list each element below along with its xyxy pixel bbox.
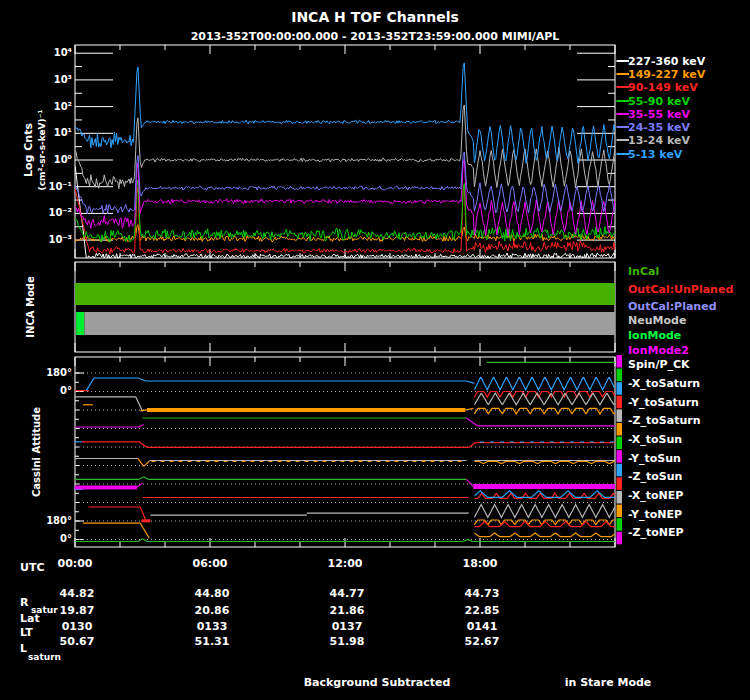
page-title: INCA H TOF Channels	[291, 9, 459, 25]
attitude-ytick-1: 0°	[24, 385, 72, 396]
attitude-legend-1: -X_toSaturn	[628, 377, 700, 390]
tof-legend-1: 149-227 keV	[628, 68, 705, 81]
lat-value-0: 19.87	[60, 604, 95, 617]
utc-tick-1: 06:00	[192, 557, 227, 570]
r-value-2: 44.77	[330, 587, 365, 600]
footer-note-left: Background Subtracted	[304, 676, 451, 689]
attitude-legend-0: Spin/P_CK	[628, 358, 690, 371]
row-label-l: L	[20, 642, 27, 655]
lt-value-0: 0130	[62, 620, 93, 633]
tof-legend-0: 227-360 keV	[628, 55, 705, 68]
attitude-legend-7: -X_toNEP	[628, 489, 683, 502]
lt-value-2: 0137	[332, 620, 363, 633]
attitude-y-axis-label: Cassini Attitude	[31, 407, 42, 497]
mode-legend-3: NeuMode	[628, 314, 686, 327]
plot-root: INCA H TOF Channels 2013-352T00:00:00.00…	[0, 0, 750, 700]
mode-y-axis-label: INCA Mode	[25, 276, 36, 337]
footer-note-right: in Stare Mode	[565, 676, 652, 689]
tof-legend-4: 35-55 keV	[628, 108, 690, 121]
r-value-1: 44.80	[195, 587, 230, 600]
row-label-r: R	[20, 596, 28, 609]
r-value-3: 44.73	[465, 587, 500, 600]
tof-legend-7: 5-13 keV	[628, 148, 682, 161]
tof-y-axis-units: (cm²-sr-s-keV)⁻¹	[37, 110, 47, 191]
l-value-1: 51.31	[195, 635, 230, 648]
tof-legend-6: 13-24 keV	[628, 134, 690, 147]
attitude-legend-2: -Y_toSaturn	[628, 396, 699, 409]
mode-legend-0: InCal	[628, 265, 659, 278]
row-label-lat: Lat	[20, 612, 40, 625]
r-value-0: 44.82	[60, 587, 95, 600]
attitude-legend-4: -X_toSun	[628, 433, 682, 446]
mode-legend-2: OutCal:Planed	[628, 300, 717, 313]
row-label-lt: LT	[20, 626, 33, 639]
tof-ytick-6: 10⁻²	[24, 207, 72, 218]
lat-value-2: 21.86	[330, 604, 365, 617]
utc-tick-3: 18:00	[462, 557, 497, 570]
page-subtitle: 2013-352T00:00:00.000 - 2013-352T23:59:0…	[191, 30, 560, 43]
mode-legend-4: IonMode	[628, 329, 681, 342]
attitude-ytick-0: 180°	[24, 367, 72, 378]
tof-ytick-0: 10⁴	[24, 47, 72, 58]
utc-tick-2: 12:00	[327, 557, 362, 570]
tof-ytick-2: 10²	[24, 101, 72, 112]
utc-axis-label: UTC	[20, 561, 45, 574]
attitude-legend-3: -Z_toSaturn	[628, 414, 701, 427]
lt-value-3: 0141	[467, 620, 498, 633]
tof-ytick-7: 10⁻³	[24, 234, 72, 245]
mode-legend-1: OutCal:UnPlaned	[628, 283, 733, 296]
tof-legend-3: 55-90 keV	[628, 95, 690, 108]
lt-value-1: 0133	[197, 620, 228, 633]
lat-value-3: 22.85	[465, 604, 500, 617]
l-value-3: 52.67	[465, 635, 500, 648]
tof-legend-5: 24-35 keV	[628, 121, 690, 134]
l-value-2: 51.98	[330, 635, 365, 648]
attitude-legend-8: -Y_toNEP	[628, 508, 682, 521]
row-label-l-sub: saturn	[28, 652, 61, 662]
lat-value-1: 20.86	[195, 604, 230, 617]
attitude-ytick-2: 180°	[24, 515, 72, 526]
attitude-ytick-3: 0°	[24, 533, 72, 544]
utc-tick-0: 00:00	[57, 557, 92, 570]
tof-ytick-1: 10³	[24, 74, 72, 85]
l-value-0: 50.67	[60, 635, 95, 648]
tof-ytick-3: 10¹	[24, 127, 72, 138]
attitude-legend-9: -Z_toNEP	[628, 526, 684, 539]
tof-ytick-5: 10⁻¹	[24, 181, 72, 192]
attitude-legend-5: -Y_toSun	[628, 452, 681, 465]
mode-legend-5: IonMode2	[628, 344, 689, 357]
attitude-legend-6: -Z_toSun	[628, 470, 682, 483]
tof-ytick-4: 10⁰	[24, 154, 72, 165]
tof-legend-2: 90-149 keV	[628, 81, 698, 94]
